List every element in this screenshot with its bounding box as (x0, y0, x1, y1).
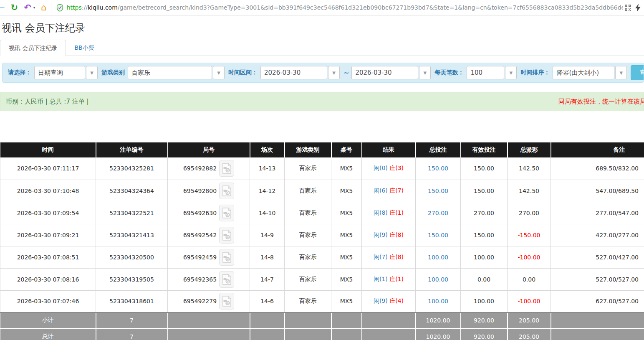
result-player: 闲(9) (374, 231, 388, 238)
home-icon[interactable]: ⌂ (41, 3, 46, 12)
tab-bb-tips[interactable]: BB小费 (66, 40, 102, 56)
cell-round: 695492279 (168, 290, 250, 312)
date-to-combo: 2026-03-30 ▼ (351, 66, 431, 79)
cell-bet-id: 523304324364 (96, 180, 168, 202)
date-to-dropdown-icon[interactable]: ▼ (419, 66, 431, 79)
col-payout: 总派彩 (508, 142, 551, 157)
cell-round: 695492459 (168, 246, 250, 268)
video-replay-button[interactable] (219, 227, 234, 244)
table-row: 2026-03-30 07:08:16 523304319505 6954923… (0, 268, 644, 290)
video-replay-button[interactable] (219, 249, 234, 266)
cell-valid-bet: 0.00 (461, 268, 508, 290)
cell-note: 427.00/277.00 (551, 224, 644, 246)
summary-payout: 205.00 (508, 328, 551, 340)
result-player: 闲(7) (374, 254, 388, 260)
cell-bet-id: 523304318601 (96, 290, 168, 312)
sort-dropdown-icon[interactable]: ▼ (615, 66, 627, 79)
col-table-no: 桌号 (331, 142, 362, 157)
table-row: 2026-03-30 07:08:51 523304320500 6954924… (0, 246, 644, 268)
page-size-value[interactable]: 100 (467, 66, 504, 79)
cell-payout: 142.50 (508, 157, 551, 180)
page-size-label: 每页笔数： (434, 69, 464, 76)
url-path: /game/betrecord_search/kind3?GameType=30… (118, 4, 623, 11)
date-from-value[interactable]: 2026-03-30 (260, 66, 327, 79)
page-title: 视讯 会员下注纪录 (2, 21, 644, 35)
cell-payout: -100.00 (508, 290, 551, 312)
cell-bet-id: 523304320500 (96, 246, 168, 268)
cell-valid-bet: 150.00 (461, 224, 508, 246)
col-valid-bet: 有效投注 (461, 142, 508, 157)
query-type-value[interactable]: 日期查询 (34, 66, 85, 79)
date-to-value[interactable]: 2026-03-30 (351, 66, 418, 79)
cell-payout: -100.00 (508, 246, 551, 268)
url-host: kiqiiu.com (88, 4, 118, 11)
result-banker: 庄(1) (389, 209, 404, 216)
url-scheme: https (67, 4, 82, 11)
cell-total-bet: 100.00 (416, 246, 461, 268)
back-icon[interactable]: ← (0, 3, 5, 12)
tab-bet-records[interactable]: 视讯 会员下注纪录 (0, 40, 66, 56)
video-replay-button[interactable] (219, 160, 234, 177)
sort-value[interactable]: 降幂(由大到小) (553, 66, 614, 79)
date-from-combo: 2026-03-30 ▼ (260, 66, 340, 79)
cell-table-no: MX5 (331, 224, 362, 246)
reload-icon[interactable]: ↻ (11, 3, 18, 12)
address-bar[interactable]: https://kiqiiu.com/game/betrecord_search… (67, 4, 623, 11)
total-bet-link[interactable]: 100.00 (428, 276, 448, 283)
total-bet-link[interactable]: 100.00 (428, 254, 448, 261)
cell-round: 695492542 (168, 224, 250, 246)
result-player: 闲(8) (374, 209, 388, 216)
table-header-row: 时间 注单编号 局号 场次 游戏类别 桌号 结果 总投注 有效投注 总派彩 备注 (0, 142, 644, 157)
round-number: 695492365 (183, 276, 217, 283)
undo-dropdown-caret-icon[interactable]: ▾ (33, 5, 35, 10)
cell-game-type: 百家乐 (285, 202, 331, 224)
summary-label: 小计 (0, 312, 96, 328)
result-player: 闲(1) (374, 276, 388, 282)
video-replay-button[interactable] (219, 183, 234, 199)
url-separator: :// (82, 4, 88, 11)
summary-row: 总计 7 1020.00 920.00 205.00 (0, 328, 644, 340)
cell-total-bet: 150.00 (416, 180, 461, 202)
cell-table-no: MX5 (331, 202, 362, 224)
result-player: 闲(0) (374, 165, 388, 171)
col-result: 结果 (362, 142, 416, 157)
total-bet-link[interactable]: 150.00 (428, 165, 448, 172)
summary-valid-bet: 920.00 (461, 328, 508, 340)
video-replay-button[interactable] (219, 293, 234, 310)
total-bet-link[interactable]: 100.00 (428, 298, 448, 304)
result-player: 闲(9) (374, 297, 388, 304)
game-type-value[interactable]: 百家乐 (128, 66, 212, 79)
cell-result: 闲(8) 庄(1) (362, 202, 416, 224)
round-number: 695492882 (183, 165, 217, 172)
col-session: 场次 (250, 142, 285, 157)
result-banker: 庄(4) (389, 297, 404, 304)
video-replay-button[interactable] (219, 271, 234, 288)
cell-result: 闲(6) 庄(7) (362, 180, 416, 202)
game-type-dropdown-icon[interactable]: ▼ (213, 66, 225, 79)
summary-bar: 币别：人民币 | 总共 :7 注单 | 同局有效投注，统一计算在该局 (0, 92, 644, 111)
page-size-dropdown-icon[interactable]: ▼ (505, 66, 517, 79)
total-bet-link[interactable]: 150.00 (428, 188, 448, 194)
col-time: 时间 (0, 142, 96, 157)
cell-round: 695492630 (168, 202, 250, 224)
cell-payout: 270.00 (508, 202, 551, 224)
total-bet-link[interactable]: 150.00 (428, 232, 448, 239)
date-from-dropdown-icon[interactable]: ▼ (328, 66, 340, 79)
query-type-dropdown-icon[interactable]: ▼ (86, 66, 98, 79)
total-bet-link[interactable]: 270.00 (428, 210, 448, 216)
qr-code-icon[interactable] (625, 5, 631, 11)
table-row: 2026-03-30 07:09:21 523304321413 6954925… (0, 224, 644, 246)
cell-bet-id: 523304321413 (96, 224, 168, 246)
cell-time: 2026-03-30 07:08:51 (0, 246, 96, 268)
tab-bar: 视讯 会员下注纪录 BB小费 (0, 40, 644, 56)
cell-time: 2026-03-30 07:07:46 (0, 290, 96, 312)
cell-table-no: MX5 (331, 157, 362, 180)
undo-icon[interactable]: ↶ (24, 3, 31, 12)
cell-valid-bet: 100.00 (461, 246, 508, 268)
page-size-combo: 100 ▼ (467, 66, 517, 79)
video-replay-button[interactable] (219, 205, 234, 221)
search-button[interactable]: 查询 (631, 65, 644, 80)
summary-total-bet: 1020.00 (416, 312, 461, 328)
cell-bet-id: 523304325281 (96, 157, 168, 180)
lightning-icon[interactable] (635, 4, 641, 12)
